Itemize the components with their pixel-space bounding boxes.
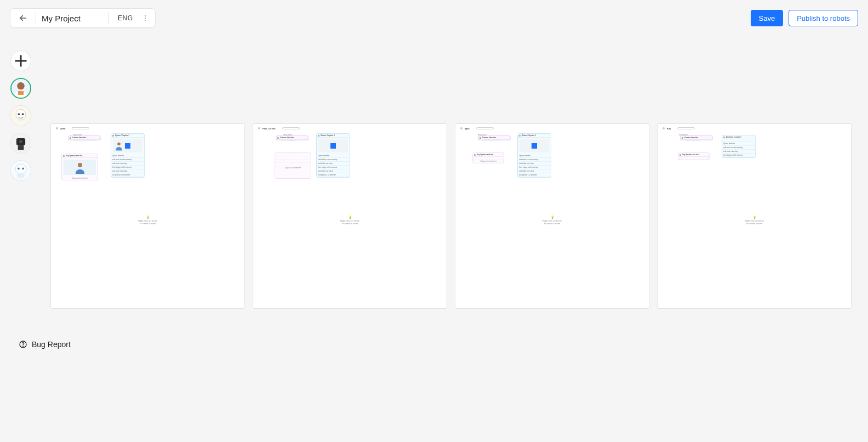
- node-card[interactable]: Tag as a new element: [275, 153, 311, 178]
- node-card[interactable]: Say Speaker and text: [678, 153, 709, 160]
- canvas[interactable]: AVRI Multi-Select Camera detection Say S…: [50, 123, 852, 309]
- connection-wire: [483, 140, 499, 140]
- frame-inner: AVRI Multi-Select Camera detection Say S…: [54, 126, 241, 305]
- frame-header-name: Plus_screen: [262, 127, 276, 130]
- svg-point-25: [22, 346, 23, 347]
- node-line: and make new value: [518, 169, 551, 173]
- svg-point-1: [145, 15, 146, 16]
- node-line: and make an new memory: [518, 158, 551, 162]
- avatar-robot-dark[interactable]: [10, 133, 31, 154]
- frame-header: Key Multi-Select: [663, 126, 844, 131]
- node-card[interactable]: Camera detection: [276, 136, 308, 140]
- node-title: Camera detection: [478, 136, 510, 140]
- node-line: then trigger at the memory: [111, 166, 144, 169]
- frame-hint: 💡 Right click on frame to create a node: [138, 216, 157, 225]
- frame-header: Spin Multi-Select: [460, 126, 642, 131]
- node-icon: [277, 137, 279, 139]
- help-circle-icon: [19, 340, 27, 349]
- connection-wire: [281, 140, 297, 140]
- avatar-thumbnail-icon: [115, 140, 123, 151]
- plus-icon: [11, 51, 31, 71]
- node-card[interactable]: Option / Caption 1 Option Identifier and…: [317, 134, 350, 177]
- save-button[interactable]: Save: [751, 10, 784, 26]
- frame-hint: 💡 Right click on frame to create a node: [542, 216, 562, 225]
- node-title: Camera detection: [68, 136, 100, 140]
- svg-point-18: [15, 164, 26, 174]
- node-icon: [479, 137, 481, 139]
- svg-point-20: [22, 168, 24, 170]
- lightbulb-icon: 💡: [745, 216, 764, 219]
- svg-rect-15: [18, 145, 24, 150]
- node-icon: [112, 135, 114, 137]
- node-card[interactable]: Camera detection: [478, 136, 510, 140]
- avatar-robot-pepper[interactable]: [10, 105, 31, 126]
- lightbulb-icon: 💡: [340, 216, 359, 219]
- frame-header-bar[interactable]: Multi-Select: [677, 127, 695, 129]
- frame-header-bar[interactable]: Multi-Select: [72, 127, 89, 129]
- node-card[interactable]: Question on topic 1 Option Identifier an…: [722, 135, 755, 157]
- node-title: Say Speaker and text: [678, 153, 709, 157]
- bug-report-label: Bug Report: [32, 340, 71, 349]
- robot-light-icon: [11, 161, 31, 180]
- blue-block-icon: [532, 143, 537, 149]
- node-icon: [318, 135, 319, 137]
- frame-inner: Spin Multi-Select Camera detection Say S…: [459, 126, 646, 305]
- node-line: Option Identifier: [722, 142, 755, 146]
- connection-wire: [73, 140, 95, 140]
- project-title[interactable]: My Project: [39, 14, 105, 23]
- hint-text: to create a node: [342, 222, 358, 225]
- header-bar: My Project ENG Save Publish to robots: [10, 8, 858, 28]
- hint-text: to create a node: [746, 222, 762, 225]
- frame-header-name: Key: [667, 127, 671, 130]
- node-title-text: Option / Caption 1: [115, 134, 129, 137]
- frame-card[interactable]: Key Multi-Select Camera detection Say Sp…: [657, 123, 852, 309]
- node-card[interactable]: Say Speaker and text Tag as a new elemen…: [62, 154, 98, 180]
- svg-point-10: [16, 109, 26, 120]
- avatar-human-icon: [12, 79, 30, 98]
- node-card[interactable]: Camera detection: [68, 136, 100, 140]
- node-title-text: Option / Caption 1: [321, 134, 335, 137]
- node-image: [519, 139, 549, 152]
- svg-point-23: [117, 143, 121, 146]
- node-card[interactable]: Option / Caption 1 Option Identifier and…: [111, 134, 144, 177]
- node-pad-line: [678, 157, 709, 160]
- node-card[interactable]: Camera detection: [681, 136, 712, 140]
- frame-header-bar[interactable]: Multi-Select: [282, 127, 300, 129]
- node-icon: [63, 155, 65, 157]
- divider: [108, 12, 109, 24]
- frame-card[interactable]: AVRI Multi-Select Camera detection Say S…: [50, 123, 245, 309]
- frame-inner: Plus_screen Multi-Select Camera detectio…: [256, 126, 443, 305]
- svg-point-3: [145, 20, 146, 21]
- node-icon: [474, 154, 476, 156]
- node-card[interactable]: Option / Caption 1 Option Identifier and…: [518, 134, 551, 177]
- frame-header-dot: [56, 127, 58, 129]
- node-icon: [679, 154, 681, 156]
- svg-point-12: [22, 114, 24, 116]
- lightbulb-icon: 💡: [138, 216, 157, 219]
- add-avatar-button[interactable]: [10, 50, 31, 71]
- node-line: Option Identifier: [317, 154, 350, 158]
- frame-card[interactable]: Plus_screen Multi-Select Camera detectio…: [253, 123, 447, 309]
- node-line: then trigger at the memory: [518, 166, 551, 169]
- node-line: and make an new memory: [317, 158, 350, 162]
- robot-pepper-icon: [11, 106, 31, 126]
- node-title-text: Camera detection: [280, 137, 294, 139]
- back-button[interactable]: [14, 10, 32, 26]
- avatar-thumbnail-icon: [73, 161, 87, 174]
- bug-report-button[interactable]: Bug Report: [19, 340, 71, 349]
- publish-button[interactable]: Publish to robots: [789, 10, 858, 26]
- node-title-text: Question on topic 1: [726, 136, 741, 138]
- frame-card[interactable]: Spin Multi-Select Camera detection Say S…: [455, 123, 649, 309]
- frame-hint: 💡 Right click on frame to create a node: [340, 216, 359, 225]
- node-line: and make new story: [518, 162, 551, 166]
- frame-header-bar[interactable]: Multi-Select: [476, 127, 494, 129]
- language-selector[interactable]: ENG: [112, 14, 139, 22]
- node-line: and make an new memory: [111, 158, 144, 162]
- avatar-human-male[interactable]: [10, 78, 31, 99]
- avatar-rail: [10, 50, 32, 181]
- node-card[interactable]: Say Speaker and text Tag as a new elemen…: [473, 153, 504, 163]
- node-image-avatar: [64, 160, 96, 175]
- svg-point-22: [78, 163, 82, 167]
- more-menu-button[interactable]: [139, 10, 152, 26]
- avatar-robot-light[interactable]: [10, 160, 31, 181]
